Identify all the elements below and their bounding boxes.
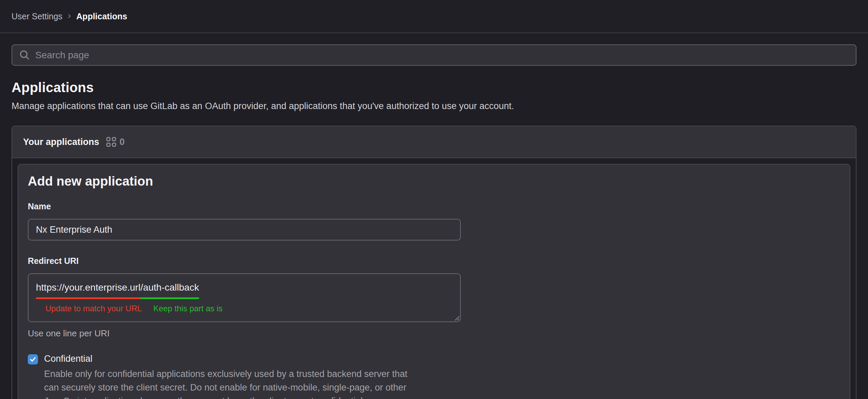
search-input[interactable] <box>35 50 849 61</box>
page-title: Applications <box>12 80 856 95</box>
chevron-right-icon: › <box>68 11 71 22</box>
top-navigation-bar: User Settings › Applications <box>0 0 868 33</box>
confidential-description-line: Enable only for confidential application… <box>44 367 840 381</box>
redirect-uri-host-segment: https://your.enterprise.url <box>36 282 140 299</box>
redirect-uri-path-segment: /auth-callback <box>140 282 199 299</box>
confidential-checkbox-row: Confidential <box>28 354 840 364</box>
application-name-input[interactable] <box>28 219 461 240</box>
annotation-keep-path: Keep this part as is <box>153 304 222 313</box>
search-icon <box>19 49 31 61</box>
checkmark-icon <box>29 356 36 363</box>
redirect-uri-help-text: Use one line per URI <box>28 328 840 339</box>
confidential-description: Enable only for confidential application… <box>44 367 840 399</box>
search-box[interactable] <box>12 44 856 66</box>
confidential-description-line: JavaScript applications because they can… <box>44 394 840 399</box>
breadcrumb: User Settings › Applications <box>12 11 127 22</box>
your-applications-header: Your applications 0 <box>12 126 856 158</box>
textarea-resize-handle-icon[interactable] <box>454 315 459 320</box>
main-content: Applications Manage applications that ca… <box>0 44 868 399</box>
your-applications-section: Your applications 0 Add new application … <box>12 126 856 399</box>
redirect-uri-field-label: Redirect URI <box>28 256 840 266</box>
confidential-checkbox-label[interactable]: Confidential <box>44 354 93 364</box>
annotation-update-url: Update to match your URL <box>45 304 142 313</box>
applications-grid-icon <box>106 137 116 147</box>
confidential-description-line: can securely store the client secret. Do… <box>44 381 840 394</box>
applications-count-badge: 0 <box>120 137 125 147</box>
redirect-uri-textarea[interactable]: https://your.enterprise.url/auth-callbac… <box>28 273 461 322</box>
redirect-uri-annotations: Update to match your URL Keep this part … <box>36 304 460 313</box>
your-applications-title: Your applications <box>23 137 99 147</box>
page-description: Manage applications that can use GitLab … <box>12 101 856 111</box>
breadcrumb-applications: Applications <box>76 12 127 21</box>
redirect-uri-value: https://your.enterprise.url/auth-callbac… <box>36 282 460 299</box>
add-new-application-card: Add new application Name Redirect URI ht… <box>18 164 850 399</box>
breadcrumb-user-settings[interactable]: User Settings <box>12 12 62 21</box>
add-new-application-title: Add new application <box>28 174 840 189</box>
your-applications-body: Add new application Name Redirect URI ht… <box>12 158 856 399</box>
name-field-label: Name <box>28 202 840 211</box>
confidential-checkbox[interactable] <box>28 354 38 364</box>
